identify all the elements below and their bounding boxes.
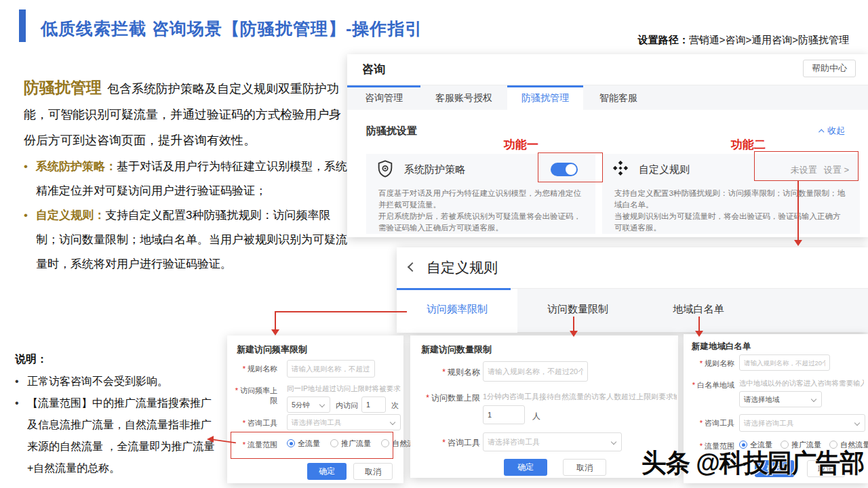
rule-name-input[interactable]: [739, 354, 830, 371]
rules-tab-indicator: [397, 288, 511, 290]
collapse-label: 收起: [827, 125, 845, 136]
cancel-button[interactable]: 取消: [563, 459, 606, 476]
confirm-button[interactable]: 确定: [504, 459, 547, 476]
rule-name-label: *规则名称: [690, 359, 734, 369]
required-asterisk: *: [700, 359, 703, 367]
console-panel: 咨询 帮助中心 咨询管理 客服账号授权 防骚扰管理 智能客服 防骚扰设置 收起 …: [347, 54, 868, 237]
count-hint: 1分钟内咨询工具接待自然流量的访客人数超过上限则要求输入验证码: [483, 392, 677, 402]
consult-tool-label: *咨询工具: [690, 418, 734, 428]
required-asterisk: *: [692, 381, 695, 389]
arrow-func2-line: [797, 181, 799, 241]
required-asterisk: *: [235, 386, 238, 394]
count-limit-label-text: 访问数量上限: [431, 393, 480, 403]
annotation-function-one: 功能一: [504, 137, 538, 152]
system-protection-desc-2: 开启系统防护后，若被系统识别为可疑流量将会出验证码，需验证码输入正确后方可联通客…: [378, 211, 582, 234]
setup-path-label: 设置路径：: [638, 34, 689, 45]
annotation-function-two: 功能二: [731, 137, 766, 152]
whitelist-region-label-text: 白名单地域: [697, 381, 734, 389]
annotation-box-traffic-scope: [231, 432, 393, 459]
rule-name-label: *规则名称: [434, 367, 480, 378]
annotation-box-settings: [754, 151, 859, 181]
dialog-new-count-limit: 新建访问数量限制 *规则名称 *访问数量上限 1分钟内咨询工具接待自然流量的访客…: [410, 336, 678, 478]
required-asterisk: *: [243, 365, 245, 373]
region-placeholder: 请选择地域: [744, 395, 780, 403]
chevron-up-icon: [818, 129, 824, 134]
system-protection-title: 系统防护策略: [404, 163, 465, 176]
visit-count-input[interactable]: [361, 396, 386, 413]
dialog-title: 新建地域白名单: [692, 341, 751, 352]
arrow-count-line: [573, 317, 574, 331]
custom-rules-desc-2: 当被规则识别出为可疑流量时，将会出验证码，验证码输入正确方可联通客服。: [614, 211, 848, 234]
required-asterisk: *: [426, 393, 429, 403]
consult-tool-placeholder: 请选择咨询工具: [744, 419, 794, 427]
annotation-box-toggle: [538, 152, 603, 182]
intro-bullet-system-label: 系统防护策略：: [36, 160, 117, 173]
tab-indicator-left: [347, 85, 420, 87]
custom-rules-desc: 支持自定义配置3种防骚扰规则：访问频率限制；访问数量限制；地域白名单。 当被规则…: [614, 188, 848, 234]
chevron-down-icon: [811, 396, 816, 402]
rule-name-input[interactable]: [287, 360, 375, 378]
time-window-value: 5分钟: [292, 401, 310, 409]
between-text: 内访问: [336, 401, 358, 411]
rule-name-input[interactable]: [483, 361, 588, 382]
chevron-down-icon: [854, 420, 860, 426]
shield-icon: [376, 159, 395, 181]
cancel-button[interactable]: 取消: [353, 463, 393, 480]
unit-text: 人: [532, 411, 540, 422]
arrow-region-line: [698, 317, 700, 331]
system-protection-desc: 百度基于对话及用户行为特征建立识别模型，为您精准定位并拦截可疑流量。 开启系统防…: [378, 188, 582, 234]
consult-tool-select[interactable]: 请选择咨询工具: [483, 432, 622, 451]
required-asterisk: *: [442, 438, 446, 447]
custom-rules-desc-1: 支持自定义配置3种防骚扰规则：访问频率限制；访问数量限制；地域白名单。: [614, 188, 848, 211]
anti-harassment-settings-title: 防骚扰设置: [366, 125, 417, 138]
consult-tool-label: *咨询工具: [434, 437, 480, 449]
back-chevron-icon[interactable]: [408, 262, 417, 272]
arrow-freq-head: [271, 329, 279, 336]
tab-consult-manage[interactable]: 咨询管理: [347, 85, 420, 110]
consult-tool-select[interactable]: 请选择咨询工具: [739, 414, 865, 432]
required-asterisk: *: [700, 419, 703, 427]
intro-paragraph: 防骚扰管理包含系统防护策略及自定义规则双重防护功能，可智能识别可疑流量，并通过验…: [24, 75, 345, 153]
arrow-func2-head: [794, 240, 802, 246]
count-limit-label: *访问数量上限: [422, 392, 480, 404]
time-window-select[interactable]: 5分钟: [287, 396, 330, 413]
arrow-note-head: [207, 436, 214, 443]
note-bullet-2: 【流量范围】中的推广流量指搜索推广及信息流推广流量，自然流量指非推广来源的自然流…: [15, 392, 220, 479]
required-asterisk: *: [243, 419, 245, 427]
intro-headline: 防骚扰管理: [24, 79, 102, 96]
arrow-region-head: [695, 331, 703, 337]
confirm-button[interactable]: 确定: [307, 463, 347, 480]
intro-bullet-custom-label: 自定义规则：: [36, 209, 105, 222]
tab-visit-frequency-limit[interactable]: 访问频率限制: [397, 289, 517, 333]
slide: 低质线索拦截 咨询场景【防骚扰管理】-操作指引 设置路径：营销通>咨询>通用咨询…: [0, 0, 868, 488]
page-title: 低质线索拦截 咨询场景【防骚扰管理】-操作指引: [41, 18, 422, 40]
collapse-link[interactable]: 收起: [820, 125, 845, 137]
chevron-down-icon: [319, 402, 325, 407]
help-center-button[interactable]: 帮助中心: [803, 60, 856, 77]
tab-visit-count-limit[interactable]: 访问数量限制: [517, 289, 638, 333]
note-block: 说明： 正常访客咨询不会受到影响。 【流量范围】中的推广流量指搜索推广及信息流推…: [15, 352, 220, 479]
rule-name-label: *规则名称: [233, 364, 277, 374]
chevron-down-icon: [390, 420, 395, 425]
diamonds-icon: [612, 159, 629, 180]
unit-text: 次: [391, 401, 399, 411]
region-select[interactable]: 请选择地域: [739, 391, 822, 407]
arrow-count-head: [570, 331, 578, 337]
tab-anti-harassment[interactable]: 防骚扰管理: [507, 85, 583, 110]
arrow-freq-vline: [275, 311, 276, 330]
consult-tool-placeholder: 请选择咨询工具: [292, 418, 342, 426]
intro-bullet-custom: 自定义规则：支持自定义配置3种防骚扰规则：访问频率限制；访问数量限制；地域白名单…: [24, 203, 351, 277]
watermark: 头条 @科技园广告部: [642, 446, 864, 481]
consult-tool-select[interactable]: 请选择咨询工具: [287, 414, 401, 430]
note-bullet-1: 正常访客咨询不会受到影响。: [15, 371, 220, 392]
chevron-down-icon: [611, 439, 616, 445]
consult-tool-label: *咨询工具: [233, 418, 277, 428]
intro-bullets: 系统防护策略：基于对话及用户行为特征建立识别模型，系统精准定位并对可疑访问用户进…: [24, 155, 351, 277]
tab-smart-service[interactable]: 智能客服: [583, 85, 654, 110]
visitor-count-input[interactable]: [483, 405, 525, 424]
setup-path: 设置路径：营销通>咨询>通用咨询>防骚扰管理: [638, 34, 849, 47]
tab-agent-account-auth[interactable]: 客服账号授权: [420, 85, 507, 110]
note-title: 说明：: [15, 352, 220, 367]
custom-rules-panel: 自定义规则 访问频率限制 访问数量限制 地域白名单: [397, 247, 868, 332]
rules-tab-bar: 访问频率限制 访问数量限制 地域白名单: [397, 288, 868, 332]
